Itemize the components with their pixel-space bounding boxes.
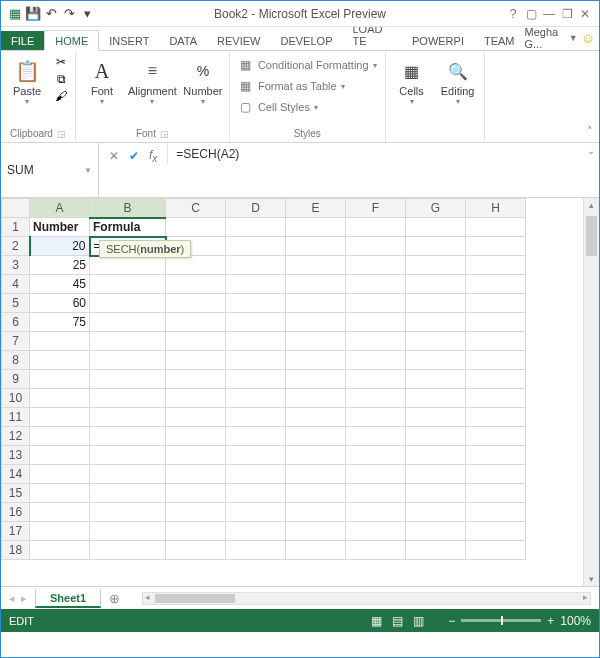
cell[interactable] xyxy=(226,275,286,294)
cell[interactable] xyxy=(166,484,226,503)
sheet-nav-next-icon[interactable]: ▸ xyxy=(21,592,27,605)
cell[interactable] xyxy=(466,275,526,294)
cell[interactable]: 60 xyxy=(30,294,90,313)
cell[interactable] xyxy=(90,446,166,465)
cell[interactable] xyxy=(90,313,166,332)
cell[interactable] xyxy=(286,313,346,332)
cell-b2-editing[interactable]: =SECH(A2) xyxy=(90,237,166,256)
page-break-view-icon[interactable]: ▥ xyxy=(413,614,424,628)
feedback-smiley-icon[interactable]: ☺ xyxy=(581,30,595,46)
cell[interactable] xyxy=(90,408,166,427)
col-header-c[interactable]: C xyxy=(166,199,226,218)
scroll-down-icon[interactable]: ▾ xyxy=(584,574,599,584)
hscroll-thumb[interactable] xyxy=(155,594,235,603)
paste-button[interactable]: 📋 Paste ▾ xyxy=(7,55,47,106)
cell[interactable] xyxy=(286,351,346,370)
cell[interactable] xyxy=(466,446,526,465)
cell[interactable] xyxy=(406,389,466,408)
cell[interactable] xyxy=(226,446,286,465)
cell[interactable]: 45 xyxy=(30,275,90,294)
cell[interactable] xyxy=(346,541,406,560)
cell[interactable] xyxy=(226,351,286,370)
cell[interactable] xyxy=(286,370,346,389)
zoom-in-icon[interactable]: + xyxy=(547,614,554,628)
row-header[interactable]: 12 xyxy=(2,427,30,446)
scroll-thumb[interactable] xyxy=(586,216,597,256)
cell[interactable] xyxy=(406,332,466,351)
alignment-button[interactable]: ≡ Alignment ▾ xyxy=(128,55,177,106)
cell[interactable] xyxy=(30,370,90,389)
conditional-formatting-button[interactable]: ▦Conditional Formatting ▾ xyxy=(236,57,379,73)
cell[interactable] xyxy=(466,294,526,313)
cell[interactable] xyxy=(90,484,166,503)
cell[interactable] xyxy=(466,522,526,541)
cell[interactable] xyxy=(166,427,226,446)
sheet-tab-sheet1[interactable]: Sheet1 xyxy=(35,589,101,608)
cell[interactable] xyxy=(30,389,90,408)
cell[interactable] xyxy=(346,294,406,313)
redo-icon[interactable]: ↷ xyxy=(61,6,77,22)
normal-view-icon[interactable]: ▦ xyxy=(371,614,382,628)
cell[interactable] xyxy=(286,503,346,522)
tab-home[interactable]: HOME xyxy=(44,30,99,51)
cell[interactable] xyxy=(226,332,286,351)
cell[interactable]: 25 xyxy=(30,256,90,275)
restore-icon[interactable]: ❐ xyxy=(559,6,575,22)
cell[interactable] xyxy=(166,332,226,351)
cell[interactable] xyxy=(166,465,226,484)
cell[interactable] xyxy=(346,484,406,503)
cell[interactable] xyxy=(406,313,466,332)
sheet-nav[interactable]: ◂▸ xyxy=(1,592,35,605)
row-header[interactable]: 13 xyxy=(2,446,30,465)
cell[interactable] xyxy=(346,408,406,427)
cell[interactable] xyxy=(30,332,90,351)
cell[interactable] xyxy=(406,275,466,294)
row-header[interactable]: 3 xyxy=(2,256,30,275)
row-header[interactable]: 16 xyxy=(2,503,30,522)
col-header-f[interactable]: F xyxy=(346,199,406,218)
tab-insert[interactable]: INSERT xyxy=(99,31,159,50)
cell[interactable] xyxy=(406,427,466,446)
cell[interactable] xyxy=(286,294,346,313)
row-header[interactable]: 5 xyxy=(2,294,30,313)
select-all-corner[interactable] xyxy=(2,199,30,218)
scroll-up-icon[interactable]: ▴ xyxy=(584,200,599,210)
cell[interactable] xyxy=(466,256,526,275)
cell[interactable] xyxy=(406,522,466,541)
cell[interactable] xyxy=(346,370,406,389)
cell[interactable] xyxy=(286,256,346,275)
cell[interactable] xyxy=(406,351,466,370)
cell[interactable] xyxy=(90,522,166,541)
tab-data[interactable]: DATA xyxy=(159,31,207,50)
cell[interactable] xyxy=(466,218,526,237)
cell[interactable] xyxy=(286,389,346,408)
cell[interactable] xyxy=(406,503,466,522)
close-icon[interactable]: ✕ xyxy=(577,6,593,22)
dialog-launcher-icon[interactable]: ◲ xyxy=(160,129,169,139)
row-header[interactable]: 9 xyxy=(2,370,30,389)
cell[interactable] xyxy=(166,218,226,237)
qat-dropdown-icon[interactable]: ▾ xyxy=(79,6,95,22)
cell[interactable] xyxy=(90,275,166,294)
cell[interactable] xyxy=(466,370,526,389)
cell[interactable] xyxy=(346,427,406,446)
cell[interactable] xyxy=(30,408,90,427)
vertical-scrollbar[interactable]: ▴ ▾ xyxy=(583,198,599,586)
cells-button[interactable]: ▦ Cells ▾ xyxy=(392,55,432,106)
cell[interactable] xyxy=(466,237,526,256)
cell[interactable] xyxy=(466,503,526,522)
ribbon-display-icon[interactable]: ▢ xyxy=(523,6,539,22)
tab-powerpi[interactable]: POWERPI xyxy=(402,31,474,50)
cell[interactable] xyxy=(346,522,406,541)
cell[interactable] xyxy=(346,332,406,351)
formula-bar[interactable]: =SECH(A2) ⌄ xyxy=(168,143,599,197)
cell[interactable] xyxy=(406,446,466,465)
row-header[interactable]: 1 xyxy=(2,218,30,237)
cell[interactable] xyxy=(166,275,226,294)
cell[interactable] xyxy=(90,541,166,560)
cell[interactable] xyxy=(90,332,166,351)
cell[interactable] xyxy=(226,218,286,237)
col-header-a[interactable]: A xyxy=(30,199,90,218)
cell[interactable] xyxy=(226,389,286,408)
cell[interactable] xyxy=(166,408,226,427)
